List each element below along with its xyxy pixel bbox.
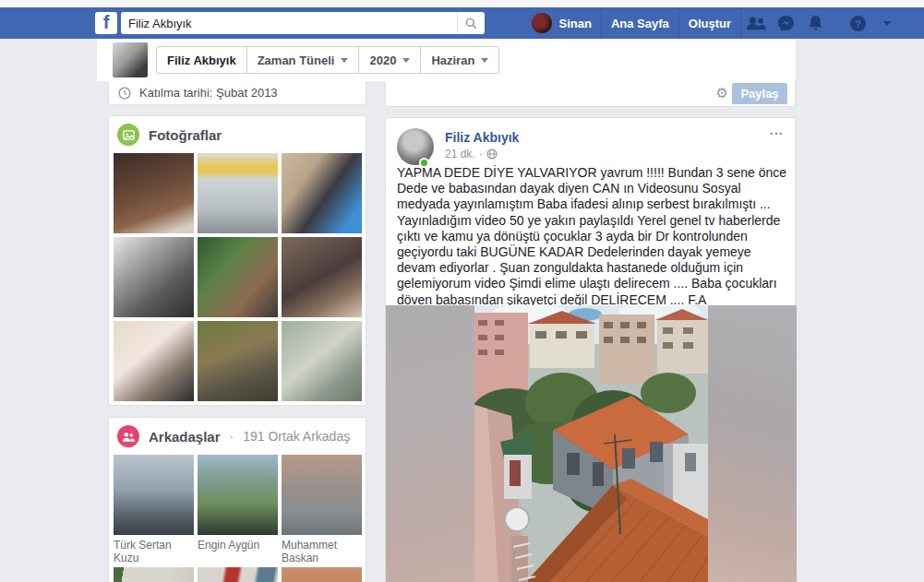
friend-photo[interactable] (114, 567, 194, 582)
post-meta-separator: · (479, 148, 483, 160)
svg-text:?: ? (855, 18, 861, 29)
mutual-friends-link[interactable]: 191 Ortak Arkadaş (243, 429, 350, 444)
facebook-navbar: f Sinan Ana Sayfa Oluştur (0, 7, 924, 39)
share-button[interactable]: Paylaş (732, 83, 787, 104)
month-dropdown[interactable]: Haziran (420, 46, 499, 74)
privacy-globe-icon (486, 148, 498, 160)
friend-photo[interactable] (282, 455, 362, 535)
nav-home-link[interactable]: Ana Sayfa (602, 7, 678, 39)
friend-photo[interactable] (282, 567, 362, 582)
image-blur-panel-left (386, 305, 474, 582)
composer-card: ⚙ Paylaş (385, 81, 796, 107)
post-author-name[interactable]: Filiz Akbıyık (445, 130, 519, 145)
post-meta: 21 dk. · (445, 148, 498, 160)
privacy-gear-icon[interactable]: ⚙ (716, 85, 728, 101)
search-icon (465, 18, 477, 30)
clock-icon (118, 87, 131, 100)
friend-photo[interactable] (198, 567, 278, 582)
profile-thumbnail[interactable] (113, 42, 148, 77)
chevron-down-icon (341, 58, 348, 63)
nav-create-link[interactable]: Oluştur (679, 7, 740, 39)
photo-thumbnail[interactable] (282, 153, 362, 233)
post-card: Filiz Akbıyık 21 dk. · ... YAPMA DEDE Dİ… (385, 117, 796, 582)
timeline-label: Zaman Tüneli (258, 53, 335, 67)
photo-thumbnail[interactable] (114, 153, 194, 233)
friend-names-row: Türk Sertan Kuzu Engin Aygün Muhammet Ba… (114, 539, 361, 564)
friends-section-title[interactable]: Arkadaşlar (149, 429, 221, 445)
friends-icon (117, 425, 139, 447)
photo-thumbnail[interactable] (282, 321, 362, 401)
year-label: 2020 (369, 53, 396, 67)
nav-create-label: Oluştur (689, 17, 731, 30)
page-content: Filiz Akbıyık Zaman Tüneli 2020 Haziran … (97, 39, 796, 582)
post-timestamp[interactable]: 21 dk. (445, 148, 475, 160)
rooftops-photo (474, 305, 708, 582)
photo-thumbnail[interactable] (198, 321, 278, 401)
notifications-button[interactable] (800, 7, 830, 39)
friend-photo[interactable] (198, 455, 278, 535)
month-label: Haziran (431, 53, 474, 67)
help-button[interactable]: ? (843, 7, 872, 39)
year-dropdown[interactable]: 2020 (358, 46, 421, 74)
friends-separator: · (230, 429, 234, 444)
chevron-down-icon (481, 58, 488, 63)
nav-profile-name: Sinan (558, 17, 591, 30)
joined-date-text: Katılma tarihi: Şubat 2013 (139, 86, 278, 100)
facebook-logo[interactable]: f (95, 12, 117, 34)
photos-section-title[interactable]: Fotoğraflar (149, 127, 222, 143)
photos-icon (117, 124, 139, 146)
timeline-header-bar: Filiz Akbıyık Zaman Tüneli 2020 Haziran (97, 39, 796, 81)
messenger-icon (777, 15, 795, 32)
chevron-down-icon (402, 58, 410, 63)
photo-thumbnail[interactable] (114, 321, 194, 401)
image-blur-panel-right (708, 305, 797, 582)
friend-photo[interactable] (114, 455, 194, 535)
friend-grid-row2 (114, 567, 361, 582)
messenger-button[interactable] (771, 7, 800, 39)
timeline-filter-group: Filiz Akbıyık Zaman Tüneli 2020 Haziran (156, 46, 499, 74)
profile-name-button[interactable]: Filiz Akbıyık (156, 46, 247, 74)
friend-requests-button[interactable] (741, 7, 771, 39)
photo-grid (114, 153, 361, 401)
photos-card: Fotoğraflar (108, 115, 366, 406)
friend-grid (114, 455, 361, 535)
account-menu-button[interactable] (872, 7, 902, 39)
photo-thumbnail[interactable] (282, 237, 362, 317)
friend-name-link[interactable]: Muhammet Baskan (282, 539, 362, 564)
friends-card: Arkadaşlar · 191 Ortak Arkadaş Türk Sert… (108, 417, 366, 582)
friend-name-link[interactable]: Engin Aygün (198, 539, 278, 564)
intro-card: Katılma tarihi: Şubat 2013 (108, 81, 366, 105)
caret-down-icon (883, 21, 891, 26)
search-input[interactable] (121, 13, 457, 33)
notifications-bell-icon (808, 15, 823, 31)
search-box (121, 12, 485, 34)
friend-name-link[interactable]: Türk Sertan Kuzu (114, 539, 194, 564)
window-top-strip (0, 0, 924, 7)
post-options-button[interactable]: ... (769, 122, 784, 137)
nav-profile-link[interactable]: Sinan (522, 7, 600, 39)
photo-thumbnail[interactable] (198, 237, 278, 317)
search-button[interactable] (457, 12, 485, 34)
photo-thumbnail[interactable] (198, 153, 278, 233)
nav-user-avatar (532, 13, 552, 33)
nav-home-label: Ana Sayfa (611, 17, 669, 30)
photo-thumbnail[interactable] (114, 237, 194, 317)
friend-requests-icon (746, 16, 766, 30)
timeline-dropdown[interactable]: Zaman Tüneli (246, 46, 360, 74)
profile-name-label: Filiz Akbıyık (167, 53, 236, 67)
post-image[interactable] (386, 305, 797, 582)
post-text: YAPMA DEDE DİYE YALVARIYOR yavrum !!!!! … (397, 165, 786, 308)
help-icon: ? (849, 15, 867, 32)
